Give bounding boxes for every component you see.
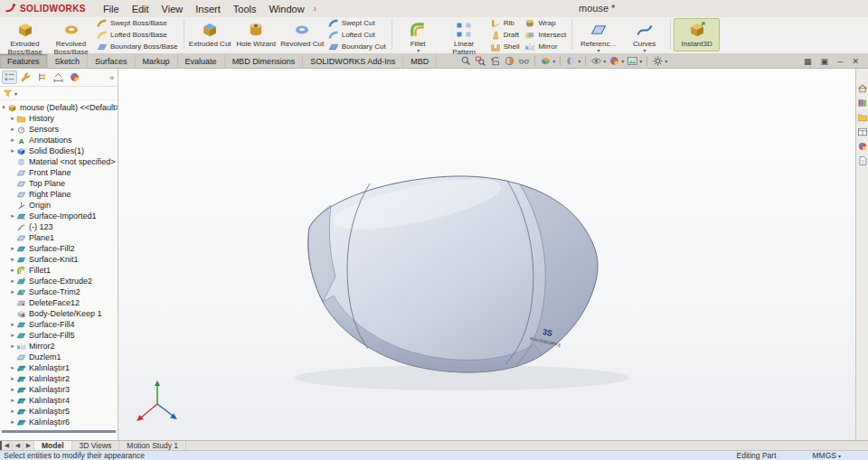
swept-boss-base-button[interactable]: Swept Boss/Base	[97, 18, 178, 29]
tree-expand-icon[interactable]: ▸	[9, 397, 16, 404]
tree-expand-icon[interactable]: ▸	[9, 267, 16, 274]
tree-item[interactable]: ▸Surface-Imported1	[0, 211, 118, 221]
prev-tab-icon[interactable]: ◀	[13, 441, 24, 450]
design-library-icon[interactable]	[857, 98, 868, 108]
extruded-boss-base-button[interactable]: Extruded Boss/Base	[2, 18, 48, 52]
tree-expand-icon[interactable]: ▸	[9, 386, 16, 393]
swept-cut-button[interactable]: Swept Cut	[328, 18, 386, 29]
tree-expand-icon[interactable]: ▸	[9, 288, 16, 296]
model-tab-3d-views[interactable]: 3D Views	[72, 441, 120, 450]
tree-item[interactable]: DeleteFace12	[0, 297, 118, 308]
tree-expand-icon[interactable]: ▸	[9, 321, 16, 328]
model-tab-motion-study-1[interactable]: Motion Study 1	[119, 441, 186, 450]
intersect-button[interactable]: Intersect	[524, 30, 566, 41]
tree-item[interactable]: ▸Surface-Fill2	[0, 243, 118, 254]
file-explorer-icon[interactable]	[857, 112, 868, 123]
tree-item[interactable]: ▸Kalınlaştır2	[0, 373, 118, 384]
dimxpert-tab-icon[interactable]	[51, 70, 66, 84]
panel-chevron-icon[interactable]: »	[109, 73, 116, 82]
zoom-area-icon[interactable]	[475, 55, 486, 67]
tree-item[interactable]: Duzlem1	[0, 352, 118, 362]
tree-item[interactable]: Origin	[0, 200, 118, 211]
tab-solidworks-add-ins[interactable]: SOLIDWORKS Add-Ins	[303, 54, 403, 68]
revolved-cut-button[interactable]: Revolved Cut	[279, 18, 326, 52]
view-palette-icon[interactable]	[857, 127, 868, 137]
first-tab-icon[interactable]: ◀	[0, 441, 13, 450]
edit-appearance-icon[interactable]: ▾	[609, 55, 624, 67]
menu-pin-icon[interactable]: ›	[314, 4, 316, 14]
home-icon[interactable]	[857, 83, 868, 94]
appearances-icon[interactable]	[857, 141, 868, 152]
rib-button[interactable]: Rib	[490, 18, 520, 29]
tree-item[interactable]: ▸Surface-Fill4	[0, 319, 118, 330]
zoom-fit-icon[interactable]	[460, 55, 472, 67]
tab-features[interactable]: Features	[0, 54, 48, 68]
display-style-icon[interactable]: ▾	[565, 55, 580, 67]
tree-expand-icon[interactable]: ▸	[9, 375, 16, 382]
tree-expand-icon[interactable]: ▸	[9, 126, 16, 133]
tree-expand-icon[interactable]: ▸	[9, 136, 16, 144]
tree-expand-icon[interactable]: ▸	[9, 212, 16, 220]
curves-button[interactable]: Curves▾	[621, 18, 667, 52]
lofted-cut-button[interactable]: Lofted Cut	[328, 30, 386, 41]
restore-icon[interactable]: ▣	[821, 57, 829, 66]
apply-scene-icon[interactable]: ▾	[627, 55, 642, 67]
close-icon[interactable]: ✕	[852, 57, 859, 66]
tree-expand-icon[interactable]: ▸	[9, 408, 16, 415]
tree-expand-icon[interactable]: ▾	[0, 104, 7, 111]
boundary-boss-base-button[interactable]: Boundary Boss/Base	[97, 42, 178, 52]
previous-view-icon[interactable]	[489, 55, 501, 67]
tree-item[interactable]: ▸AAnnotations	[0, 135, 118, 146]
menu-view[interactable]: View	[156, 3, 190, 15]
tree-item[interactable]: ▸Solid Bodies(1)	[0, 146, 118, 156]
tree-item[interactable]: ▸Sensors	[0, 124, 118, 135]
custom-properties-icon[interactable]	[857, 155, 868, 166]
tree-item[interactable]: Front Plane	[0, 167, 118, 178]
draft-button[interactable]: Draft	[490, 30, 520, 41]
tree-item[interactable]: Body-Delete/Keep 1	[0, 308, 118, 319]
mouse-3d-model[interactable]: 3S SOLIDWORKS	[118, 69, 855, 440]
extruded-cut-button[interactable]: Extruded Cut	[187, 18, 233, 52]
menu-tools[interactable]: Tools	[227, 3, 263, 15]
tree-item[interactable]: ▸Surface-Trim2	[0, 286, 118, 297]
menu-window[interactable]: Window	[262, 3, 310, 15]
dock-icon[interactable]: ▦	[804, 57, 812, 66]
menu-edit[interactable]: Edit	[126, 3, 156, 15]
tab-markup[interactable]: Markup	[136, 54, 178, 68]
tree-item[interactable]: ▸Kalınlaştır1	[0, 362, 118, 373]
tree-item[interactable]: (-) 123	[0, 221, 118, 232]
next-tab-icon[interactable]: ▶	[24, 441, 34, 450]
tree-expand-icon[interactable]: ▸	[9, 115, 16, 122]
tree-item[interactable]: ▸Mirror2	[0, 341, 118, 352]
tree-item[interactable]: ▸Kalınlaştır6	[0, 417, 118, 427]
hide-show-items-icon[interactable]: ▾	[590, 55, 606, 67]
revolved-boss-base-button[interactable]: Revolved Boss/Base	[48, 18, 94, 52]
tree-expand-icon[interactable]: ▸	[9, 343, 16, 350]
tree-item[interactable]: Plane1	[0, 232, 118, 243]
tree-item[interactable]: ▸Surface-Extrude2	[0, 276, 118, 286]
tab-evaluate[interactable]: Evaluate	[178, 54, 225, 68]
shell-button[interactable]: Shell	[490, 42, 520, 52]
view-settings-icon[interactable]: ▾	[652, 55, 667, 67]
tree-item[interactable]: ▸History	[0, 113, 118, 124]
wrap-button[interactable]: Wrap	[524, 18, 566, 29]
tree-expand-icon[interactable]: ▸	[9, 332, 16, 339]
tree-expand-icon[interactable]: ▸	[9, 245, 16, 252]
menu-insert[interactable]: Insert	[189, 3, 227, 15]
hole-wizard-button[interactable]: Hole Wizard	[233, 18, 279, 52]
menu-file[interactable]: File	[97, 3, 126, 15]
featuremanager-tab-icon[interactable]	[2, 70, 17, 84]
model-tab-model[interactable]: Model	[34, 441, 72, 450]
instant3d-button[interactable]: Instant3D	[674, 18, 720, 52]
tree-item[interactable]: ▸Surface-Fill5	[0, 330, 118, 341]
tree-item[interactable]: ▾mouse (Default) <<Default>_	[0, 102, 118, 113]
mirror-button[interactable]: Mirror	[524, 42, 566, 52]
referenc-button[interactable]: Referenc...▾	[575, 18, 621, 52]
view-orientation-icon[interactable]: ▾	[540, 55, 555, 67]
tree-item[interactable]: Right Plane	[0, 189, 118, 200]
tree-expand-icon[interactable]: ▸	[9, 418, 16, 426]
tree-item[interactable]: ▸Surface-Knit1	[0, 254, 118, 265]
tree-item[interactable]: ▸Kalınlaştır3	[0, 384, 118, 395]
propertymanager-tab-icon[interactable]	[18, 70, 33, 84]
displaymanager-tab-icon[interactable]	[67, 70, 82, 84]
